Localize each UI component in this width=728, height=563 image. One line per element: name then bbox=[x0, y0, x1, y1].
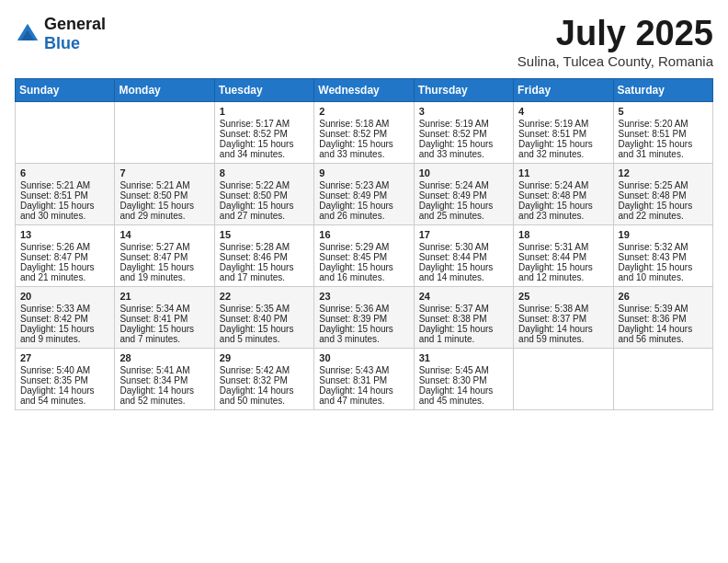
location-title: Sulina, Tulcea County, Romania bbox=[518, 53, 713, 69]
day-info: Sunrise: 5:29 AM bbox=[319, 242, 408, 252]
day-info: Daylight: 15 hours and 31 minutes. bbox=[619, 139, 708, 159]
day-number: 3 bbox=[419, 106, 508, 117]
calendar-cell: 26Sunrise: 5:39 AMSunset: 8:36 PMDayligh… bbox=[613, 286, 712, 348]
calendar-week-row: 27Sunrise: 5:40 AMSunset: 8:35 PMDayligh… bbox=[16, 348, 713, 409]
day-info: Sunrise: 5:34 AM bbox=[119, 304, 209, 314]
day-info: Daylight: 15 hours and 21 minutes. bbox=[20, 262, 109, 282]
day-info: Sunrise: 5:32 AM bbox=[619, 242, 708, 252]
calendar-cell: 5Sunrise: 5:20 AMSunset: 8:51 PMDaylight… bbox=[613, 101, 712, 163]
day-info: Sunrise: 5:24 AM bbox=[518, 180, 608, 190]
day-number: 29 bbox=[220, 352, 309, 363]
day-info: Sunrise: 5:17 AM bbox=[220, 119, 309, 129]
day-info: Daylight: 15 hours and 32 minutes. bbox=[518, 139, 608, 159]
day-number: 6 bbox=[20, 167, 109, 178]
calendar-cell: 15Sunrise: 5:28 AMSunset: 8:46 PMDayligh… bbox=[214, 224, 313, 286]
day-info: Daylight: 15 hours and 22 minutes. bbox=[619, 201, 708, 221]
calendar-cell bbox=[514, 348, 613, 409]
day-info: Sunset: 8:50 PM bbox=[119, 190, 209, 201]
calendar-cell: 9Sunrise: 5:23 AMSunset: 8:49 PMDaylight… bbox=[314, 163, 414, 224]
day-info: Daylight: 15 hours and 5 minutes. bbox=[220, 324, 309, 344]
day-info: Sunrise: 5:18 AM bbox=[319, 119, 408, 129]
day-info: Sunrise: 5:20 AM bbox=[619, 119, 708, 129]
calendar-day-header: Monday bbox=[115, 78, 214, 101]
calendar-cell: 16Sunrise: 5:29 AMSunset: 8:45 PMDayligh… bbox=[314, 224, 414, 286]
day-info: Sunrise: 5:37 AM bbox=[419, 304, 508, 314]
day-number: 13 bbox=[20, 229, 109, 240]
day-info: Sunrise: 5:27 AM bbox=[119, 242, 209, 252]
day-info: Sunrise: 5:21 AM bbox=[119, 180, 209, 190]
day-info: Daylight: 14 hours and 56 minutes. bbox=[619, 324, 708, 344]
day-info: Sunset: 8:52 PM bbox=[419, 129, 508, 139]
calendar-cell: 3Sunrise: 5:19 AMSunset: 8:52 PMDaylight… bbox=[414, 101, 513, 163]
day-number: 2 bbox=[319, 106, 408, 117]
calendar-cell: 25Sunrise: 5:38 AMSunset: 8:37 PMDayligh… bbox=[514, 286, 613, 348]
day-number: 25 bbox=[518, 291, 608, 302]
day-info: Daylight: 15 hours and 9 minutes. bbox=[20, 324, 109, 344]
day-number: 23 bbox=[319, 291, 408, 302]
calendar-body: 1Sunrise: 5:17 AMSunset: 8:52 PMDaylight… bbox=[16, 101, 713, 409]
calendar-cell: 22Sunrise: 5:35 AMSunset: 8:40 PMDayligh… bbox=[214, 286, 313, 348]
day-info: Sunset: 8:49 PM bbox=[319, 190, 408, 201]
logo-icon bbox=[15, 21, 40, 47]
day-number: 26 bbox=[619, 291, 708, 302]
day-info: Sunset: 8:51 PM bbox=[518, 129, 608, 139]
day-number: 8 bbox=[220, 167, 309, 178]
day-info: Daylight: 15 hours and 3 minutes. bbox=[319, 324, 408, 344]
day-info: Daylight: 15 hours and 1 minute. bbox=[419, 324, 508, 344]
day-info: Sunset: 8:39 PM bbox=[319, 314, 408, 324]
day-info: Sunrise: 5:30 AM bbox=[419, 242, 508, 252]
day-info: Daylight: 15 hours and 7 minutes. bbox=[119, 324, 209, 344]
day-info: Sunrise: 5:43 AM bbox=[319, 365, 408, 375]
day-info: Sunset: 8:46 PM bbox=[220, 252, 309, 262]
calendar-cell bbox=[16, 101, 115, 163]
day-number: 31 bbox=[419, 352, 508, 363]
day-info: Sunrise: 5:45 AM bbox=[419, 365, 508, 375]
day-info: Sunset: 8:51 PM bbox=[619, 129, 708, 139]
calendar-cell: 13Sunrise: 5:26 AMSunset: 8:47 PMDayligh… bbox=[16, 224, 115, 286]
day-info: Sunrise: 5:24 AM bbox=[419, 180, 508, 190]
calendar-header-row: SundayMondayTuesdayWednesdayThursdayFrid… bbox=[16, 78, 713, 101]
day-info: Sunrise: 5:38 AM bbox=[518, 304, 608, 314]
day-info: Sunset: 8:44 PM bbox=[419, 252, 508, 262]
day-info: Sunrise: 5:35 AM bbox=[220, 304, 309, 314]
calendar-cell: 29Sunrise: 5:42 AMSunset: 8:32 PMDayligh… bbox=[214, 348, 313, 409]
logo-blue-text: Blue bbox=[44, 34, 80, 52]
day-info: Sunset: 8:35 PM bbox=[20, 375, 109, 385]
calendar-cell: 7Sunrise: 5:21 AMSunset: 8:50 PMDaylight… bbox=[115, 163, 214, 224]
day-number: 18 bbox=[518, 229, 608, 240]
calendar-cell bbox=[613, 348, 712, 409]
day-info: Sunset: 8:50 PM bbox=[220, 190, 309, 201]
day-info: Sunrise: 5:25 AM bbox=[619, 180, 708, 190]
day-info: Sunset: 8:52 PM bbox=[220, 129, 309, 139]
calendar-table: SundayMondayTuesdayWednesdayThursdayFrid… bbox=[15, 78, 713, 410]
day-number: 1 bbox=[220, 106, 309, 117]
day-info: Sunset: 8:43 PM bbox=[619, 252, 708, 262]
calendar-cell: 18Sunrise: 5:31 AMSunset: 8:44 PMDayligh… bbox=[514, 224, 613, 286]
day-info: Sunrise: 5:31 AM bbox=[518, 242, 608, 252]
day-info: Daylight: 14 hours and 50 minutes. bbox=[220, 385, 309, 406]
calendar-cell: 14Sunrise: 5:27 AMSunset: 8:47 PMDayligh… bbox=[115, 224, 214, 286]
day-info: Daylight: 14 hours and 47 minutes. bbox=[319, 385, 408, 406]
calendar-week-row: 13Sunrise: 5:26 AMSunset: 8:47 PMDayligh… bbox=[16, 224, 713, 286]
day-info: Daylight: 14 hours and 59 minutes. bbox=[518, 324, 608, 344]
calendar-cell: 1Sunrise: 5:17 AMSunset: 8:52 PMDaylight… bbox=[214, 101, 313, 163]
day-info: Sunset: 8:30 PM bbox=[419, 375, 508, 385]
day-info: Sunrise: 5:23 AM bbox=[319, 180, 408, 190]
day-number: 28 bbox=[119, 352, 209, 363]
day-info: Daylight: 15 hours and 14 minutes. bbox=[419, 262, 508, 282]
day-info: Daylight: 15 hours and 26 minutes. bbox=[319, 201, 408, 221]
calendar-cell: 2Sunrise: 5:18 AMSunset: 8:52 PMDaylight… bbox=[314, 101, 414, 163]
day-info: Daylight: 14 hours and 52 minutes. bbox=[119, 385, 209, 406]
day-info: Sunset: 8:36 PM bbox=[619, 314, 708, 324]
day-info: Sunrise: 5:28 AM bbox=[220, 242, 309, 252]
day-info: Sunset: 8:52 PM bbox=[319, 129, 408, 139]
day-number: 27 bbox=[20, 352, 109, 363]
day-info: Daylight: 15 hours and 27 minutes. bbox=[220, 201, 309, 221]
calendar-cell: 11Sunrise: 5:24 AMSunset: 8:48 PMDayligh… bbox=[514, 163, 613, 224]
day-number: 22 bbox=[220, 291, 309, 302]
day-number: 9 bbox=[319, 167, 408, 178]
day-info: Daylight: 15 hours and 10 minutes. bbox=[619, 262, 708, 282]
day-info: Sunset: 8:34 PM bbox=[119, 375, 209, 385]
calendar-cell: 21Sunrise: 5:34 AMSunset: 8:41 PMDayligh… bbox=[115, 286, 214, 348]
day-info: Daylight: 14 hours and 45 minutes. bbox=[419, 385, 508, 406]
